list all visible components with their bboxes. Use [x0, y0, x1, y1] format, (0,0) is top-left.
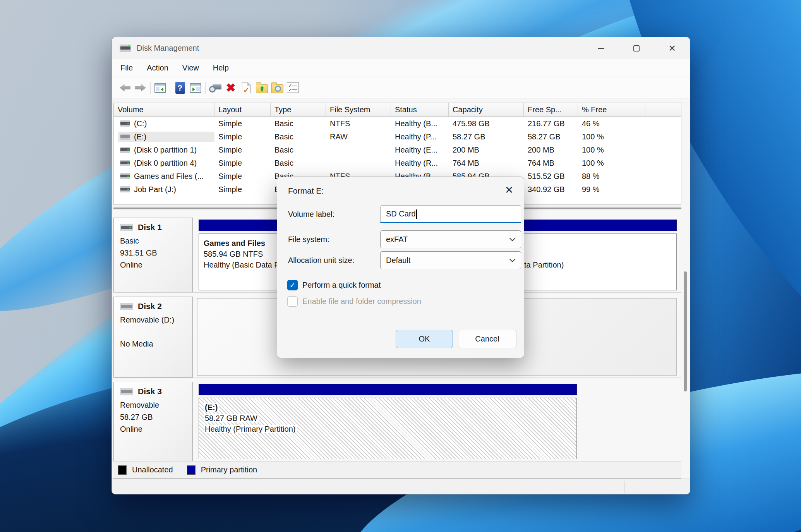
- quick-format-label: Perform a quick format: [302, 281, 381, 290]
- delete-volume-button[interactable]: ✖: [223, 80, 238, 96]
- volume-list-header: Volume Layout Type File System Status Ca…: [114, 103, 681, 117]
- maximize-button[interactable]: [619, 37, 654, 59]
- cell-layout: Simple: [214, 146, 271, 154]
- cell-free: 515.52 GB: [524, 172, 578, 181]
- column-header-status[interactable]: Status: [391, 103, 449, 117]
- volume-row-partition1[interactable]: (Disk 0 partition 1) Simple Basic Health…: [114, 143, 681, 156]
- volume-icon: [120, 120, 130, 127]
- disk-icon: [120, 388, 133, 395]
- dialog-title: Format E:: [288, 186, 324, 196]
- volume-name: (C:): [134, 119, 147, 128]
- cell-pct: 100 %: [578, 146, 645, 154]
- column-header-file-system[interactable]: File System: [326, 103, 391, 117]
- back-button[interactable]: [117, 80, 133, 96]
- quick-format-checkbox[interactable]: ✓: [287, 280, 298, 290]
- cell-pct: 46 %: [578, 119, 645, 128]
- checklist-icon: [287, 82, 299, 93]
- cell-free: 58.27 GB: [524, 132, 578, 141]
- action-pane-icon: [190, 83, 201, 93]
- compression-checkbox[interactable]: [287, 296, 298, 307]
- file-system-dropdown[interactable]: exFAT: [380, 230, 521, 248]
- volume-label-input[interactable]: SD Card: [380, 205, 521, 223]
- compression-label: Enable file and folder compression: [302, 297, 421, 306]
- volume-icon: [120, 173, 130, 179]
- commit-changes-button[interactable]: [238, 80, 254, 96]
- volume-name: Games and Files (...: [134, 172, 204, 181]
- cell-free: 200 MB: [524, 146, 578, 154]
- disk-status: Online: [120, 259, 189, 271]
- column-header-type[interactable]: Type: [271, 103, 326, 117]
- help-icon: ?: [175, 82, 185, 94]
- disk-size: 58.27 GB: [120, 411, 189, 423]
- toolbar: ? ✖: [112, 77, 690, 98]
- dialog-close-button[interactable]: ✕: [501, 182, 517, 198]
- partition-e-selected[interactable]: (E:) 58.27 GB RAW Healthy (Primary Parti…: [199, 382, 577, 461]
- menu-item-view[interactable]: View: [175, 59, 206, 77]
- close-button[interactable]: ✕: [654, 37, 690, 59]
- volume-name: (Disk 0 partition 4): [134, 159, 197, 168]
- volume-icon: [120, 147, 130, 153]
- cancel-button[interactable]: Cancel: [458, 330, 516, 348]
- cell-layout: Simple: [214, 159, 271, 168]
- quick-format-row: ✓ Perform a quick format: [287, 280, 381, 290]
- toolbar-separator: [150, 82, 151, 94]
- show-action-pane-button[interactable]: [188, 80, 203, 96]
- title-bar[interactable]: Disk Management ✕: [112, 37, 690, 59]
- column-header-layout[interactable]: Layout: [214, 103, 271, 117]
- disk1-label[interactable]: Disk 1 Basic 931.51 GB Online: [113, 218, 193, 292]
- partition-status: Healthy (Primary Partition): [204, 424, 576, 434]
- open-search-button[interactable]: [269, 80, 285, 96]
- ok-button[interactable]: OK: [396, 330, 453, 348]
- column-header-pct-free[interactable]: % Free: [578, 103, 645, 117]
- cell-layout: Simple: [214, 132, 271, 141]
- cell-layout: Simple: [214, 172, 271, 181]
- partition-label: (E:): [204, 402, 576, 413]
- text-caret: [416, 209, 417, 219]
- cell-capacity: 764 MB: [449, 159, 524, 168]
- disk-management-window: Disk Management ✕ File Action View Help …: [111, 37, 690, 494]
- properties-button[interactable]: [285, 80, 300, 96]
- volume-row-partition4[interactable]: (Disk 0 partition 4) Simple Basic Health…: [114, 156, 681, 170]
- cell-pct: 99 %: [578, 185, 645, 194]
- vertical-scrollbar-thumb[interactable]: [684, 271, 687, 391]
- volume-row-c[interactable]: (C:) Simple Basic NTFS Healthy (B... 475…: [114, 117, 681, 130]
- show-console-tree-button[interactable]: [153, 80, 168, 96]
- cell-pct: 100 %: [578, 132, 645, 141]
- cell-pct: 100 %: [578, 159, 645, 168]
- cell-free: 340.92 GB: [524, 185, 578, 194]
- volume-icon: [120, 160, 130, 166]
- column-header-capacity[interactable]: Capacity: [449, 103, 524, 117]
- volume-row-e-selected[interactable]: (E:) Simple Basic RAW Healthy (P... 58.2…: [114, 130, 681, 143]
- maximize-icon: [633, 45, 640, 51]
- rescan-disks-button[interactable]: [208, 80, 223, 96]
- column-header-free-space[interactable]: Free Sp...: [524, 103, 578, 117]
- help-button[interactable]: ?: [172, 80, 188, 96]
- menu-item-file[interactable]: File: [112, 59, 140, 77]
- disk-type: Basic: [120, 235, 189, 247]
- cell-layout: Simple: [214, 185, 271, 194]
- disk-status: No Media: [120, 338, 189, 350]
- minimize-button[interactable]: [583, 37, 619, 59]
- allocation-unit-value: Default: [386, 256, 410, 265]
- compression-row: Enable file and folder compression: [287, 296, 421, 307]
- menu-item-action[interactable]: Action: [140, 59, 175, 77]
- primary-partition-swatch: [187, 465, 196, 475]
- cell-status: Healthy (R...: [391, 159, 449, 168]
- cell-status: Healthy (E...: [391, 146, 449, 154]
- partition-body-hatched: (E:) 58.27 GB RAW Healthy (Primary Parti…: [199, 398, 577, 459]
- export-button[interactable]: [254, 80, 269, 96]
- allocation-unit-dropdown[interactable]: Default: [380, 251, 521, 269]
- cell-status: Healthy (B...: [391, 119, 449, 128]
- console-tree-icon: [154, 83, 166, 93]
- volume-icon: [120, 186, 130, 192]
- close-icon: ✕: [668, 44, 676, 53]
- disk2-label[interactable]: Disk 2 Removable (D:) No Media: [113, 297, 193, 378]
- primary-partition-band: [199, 384, 577, 395]
- column-header-volume[interactable]: Volume: [114, 103, 214, 117]
- menu-item-help[interactable]: Help: [206, 59, 236, 77]
- cell-type: Basic: [271, 146, 326, 154]
- rescan-disk-icon: [209, 83, 221, 93]
- forward-button[interactable]: [133, 80, 148, 96]
- disk3-label[interactable]: Disk 3 Removable 58.27 GB Online: [113, 382, 193, 461]
- window-title: Disk Management: [137, 44, 199, 53]
